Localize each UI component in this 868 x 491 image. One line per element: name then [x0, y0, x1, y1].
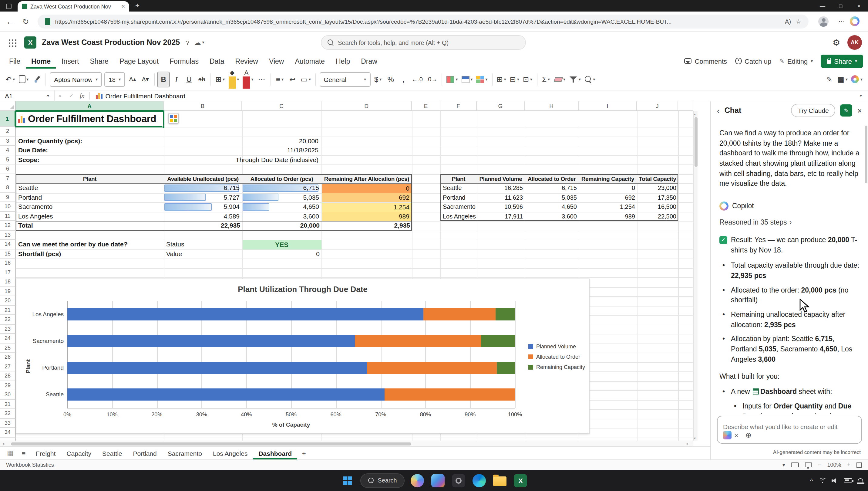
row-header-7[interactable]: 7 [0, 174, 16, 183]
font-size-select[interactable]: 18▾ [104, 72, 125, 86]
plant-name-cell[interactable]: Seattle [17, 183, 162, 193]
row-header-24[interactable]: 24 [0, 334, 16, 343]
row-header-29[interactable]: 29 [0, 381, 16, 390]
zoom-level[interactable]: 100% [827, 462, 841, 468]
align-button[interactable]: ≡▾ [273, 71, 286, 87]
column-header-G[interactable]: G [477, 102, 525, 111]
app-launcher-icon[interactable] [8, 38, 17, 47]
name-box[interactable]: A1 ▾ [0, 90, 55, 101]
excel-logo[interactable]: X [24, 36, 36, 49]
capacity-value-cell[interactable]: 23,000 [637, 183, 678, 193]
try-claude-button[interactable]: Try Claude [791, 104, 836, 117]
shortfall-label-cell[interactable]: Shortfall (pcs) [17, 249, 162, 259]
row-header-17[interactable]: 17 [0, 268, 16, 277]
row-header-23[interactable]: 23 [0, 324, 16, 334]
fill-color-button[interactable]: ◆▾ [226, 71, 241, 87]
formula-expand-icon[interactable]: ▾ [860, 93, 868, 98]
percent-button[interactable]: % [384, 71, 397, 87]
input-label[interactable]: Scope: [17, 155, 162, 165]
formula-fx-icon[interactable]: fx [80, 92, 84, 99]
bold-button[interactable]: B [157, 71, 170, 87]
url-field[interactable]: https://m365cpi10487598-my.sharepoint.co… [38, 14, 809, 28]
databar-cell[interactable]: 3,600 [243, 212, 320, 220]
taskbar-edge-icon[interactable] [472, 472, 487, 488]
input-value[interactable]: 20,000 [182, 136, 320, 146]
capacity-plant-cell[interactable]: Los Angeles [442, 211, 475, 221]
back-button[interactable]: ← [6, 17, 14, 26]
notification-bell-icon[interactable] [858, 478, 863, 483]
column-header-E[interactable]: E [412, 102, 440, 111]
row-header-15[interactable]: 15 [0, 249, 16, 259]
row-header-33[interactable]: 33 [0, 418, 16, 428]
underline-button[interactable]: U [183, 71, 195, 87]
row-header-3[interactable]: 3 [0, 136, 16, 146]
chat-close-icon[interactable]: × [857, 106, 862, 115]
battery-icon[interactable] [844, 478, 852, 483]
taskbar-excel-icon[interactable]: X [513, 472, 529, 488]
row-header-6[interactable]: 6 [0, 165, 16, 174]
display-settings-icon[interactable] [805, 462, 812, 467]
scroll-left-icon[interactable]: ◂ [2, 441, 4, 445]
allocation-header-cell[interactable]: Available Unallocated (pcs) [164, 174, 242, 183]
total-label-cell[interactable]: Total [17, 221, 162, 230]
font-name-select[interactable]: Aptos Narrow...▾ [50, 72, 102, 86]
databar-cell[interactable]: 5,727 [164, 193, 241, 202]
status-caret-icon[interactable]: ▾ [782, 462, 785, 468]
ribbon-tab-page-layout[interactable]: Page Layout [114, 53, 164, 68]
ribbon-tab-draw[interactable]: Draw [355, 53, 383, 68]
scroll-right-icon[interactable]: ▸ [687, 441, 688, 445]
keyboard-shortcuts-icon[interactable] [791, 462, 799, 467]
chat-input[interactable]: Describe what you'd like to create or ed… [717, 416, 862, 444]
capacity-value-cell[interactable]: 3,600 [525, 211, 579, 221]
designer-button[interactable]: ▾ [849, 71, 864, 87]
tab-close-icon[interactable]: × [121, 3, 125, 10]
document-title[interactable]: Zava West Coast Production Nov 2025 [42, 38, 180, 47]
row-header-21[interactable]: 21 [0, 306, 16, 315]
wifi-icon[interactable] [818, 478, 826, 484]
copilot-context-chip[interactable] [723, 431, 732, 439]
capacity-value-cell[interactable]: 989 [579, 211, 637, 221]
ribbon-tab-file[interactable]: File [4, 53, 26, 68]
allocation-header-cell[interactable]: Allocated to Order (pcs) [242, 174, 321, 183]
vertical-scroll-thumb[interactable] [694, 117, 698, 167]
capacity-header-cell[interactable]: Planned Volume [477, 174, 525, 183]
capacity-value-cell[interactable]: 1,254 [579, 202, 637, 211]
capacity-value-cell[interactable]: 6,715 [525, 183, 579, 193]
legend-item[interactable]: Planned Volume [528, 344, 585, 350]
capacity-plant-cell[interactable]: Seattle [442, 183, 475, 193]
autosum-button[interactable]: Σ▾ [539, 71, 552, 87]
help-badge-icon[interactable]: ? [186, 39, 189, 46]
row-header-14[interactable]: 14 [0, 240, 16, 249]
vertical-scrollbar[interactable] [693, 111, 698, 441]
web-search-icon[interactable]: ⊕ [745, 431, 751, 439]
ribbon-tab-review[interactable]: Review [230, 53, 264, 68]
row-header-12[interactable]: 12 [0, 221, 16, 230]
merge-center-button[interactable]: ▭▾ [299, 71, 313, 87]
increase-decimal-button[interactable]: ←.0 [410, 71, 425, 87]
row-header-34[interactable]: 34 [0, 428, 16, 437]
browser-copilot-icon[interactable] [850, 17, 860, 26]
grow-font-button[interactable]: A▴ [126, 71, 139, 87]
row-header-19[interactable]: 19 [0, 287, 16, 296]
sheet-tab-los-angeles[interactable]: Los Angeles [208, 447, 253, 459]
italic-button[interactable]: I [170, 71, 183, 87]
databar-cell[interactable]: 6,715 [164, 184, 241, 192]
format-as-table-button[interactable]: ▾ [460, 71, 475, 87]
remaining-cell[interactable]: 0 [322, 183, 411, 193]
row-header-10[interactable]: 10 [0, 202, 16, 211]
sheet-tab-capacity[interactable]: Capacity [61, 447, 97, 459]
remaining-cell[interactable]: 1,254 [322, 202, 411, 211]
column-header-D[interactable]: D [321, 102, 412, 111]
ink-button[interactable]: ✎ [823, 71, 836, 87]
browser-profile-avatar[interactable] [818, 16, 829, 26]
row-header-4[interactable]: 4 [0, 146, 16, 155]
row-header-9[interactable]: 9 [0, 193, 16, 202]
new-tab-button[interactable]: + [135, 1, 140, 10]
new-chat-button[interactable]: ✎ [840, 105, 852, 117]
row-header-1[interactable]: 1 [0, 111, 16, 127]
input-label[interactable]: Order Quantity (pcs): [17, 136, 162, 146]
total-remaining-cell[interactable]: 2,935 [321, 221, 412, 230]
ribbon-tab-formulas[interactable]: Formulas [164, 53, 204, 68]
fill-handle[interactable] [162, 126, 165, 129]
sheet-tab-seattle[interactable]: Seattle [97, 447, 127, 459]
